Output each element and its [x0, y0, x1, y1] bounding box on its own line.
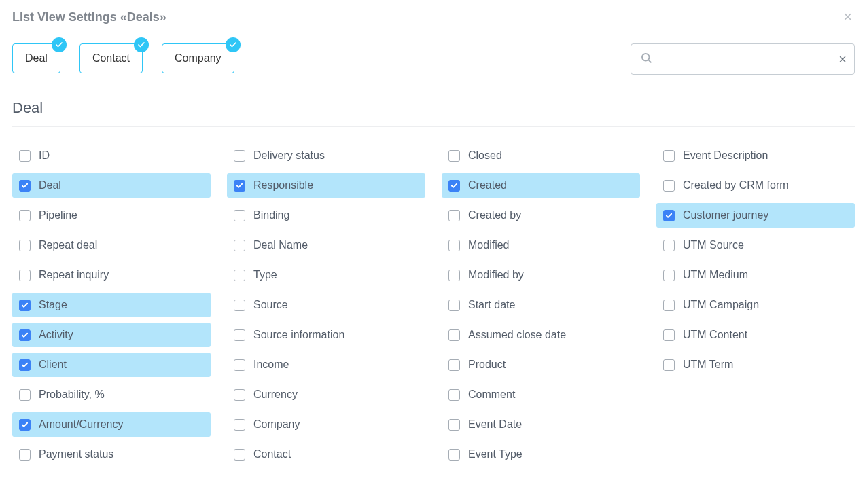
- checkbox[interactable]: [448, 419, 460, 431]
- field-item[interactable]: Assumed close date: [442, 323, 640, 347]
- checkbox[interactable]: [663, 329, 675, 341]
- checkbox[interactable]: [19, 359, 31, 371]
- checkbox[interactable]: [448, 210, 460, 221]
- checkbox[interactable]: [19, 449, 31, 461]
- checkbox[interactable]: [448, 359, 460, 371]
- checkbox[interactable]: [663, 150, 675, 162]
- field-item[interactable]: Closed: [442, 143, 640, 168]
- close-button[interactable]: ×: [841, 10, 855, 24]
- field-item[interactable]: Delivery status: [227, 143, 425, 168]
- search-input[interactable]: [631, 43, 855, 75]
- checkbox[interactable]: [448, 180, 460, 192]
- field-label: Start date: [468, 299, 515, 311]
- field-item[interactable]: Source: [227, 293, 425, 317]
- checkbox[interactable]: [663, 210, 675, 221]
- checkbox[interactable]: [19, 419, 31, 431]
- field-item[interactable]: Modified: [442, 233, 640, 257]
- field-label: Deal Name: [253, 239, 308, 251]
- tab-company[interactable]: Company: [162, 43, 234, 73]
- search-field-wrap: ×: [631, 43, 855, 75]
- checkbox[interactable]: [234, 180, 245, 192]
- field-item[interactable]: Modified by: [442, 263, 640, 287]
- tab-deal[interactable]: Deal: [12, 43, 60, 73]
- field-item[interactable]: ID: [12, 143, 211, 168]
- field-item[interactable]: Event Type: [442, 442, 640, 467]
- field-item[interactable]: Contact: [227, 442, 425, 467]
- checkbox[interactable]: [234, 150, 245, 162]
- field-item[interactable]: Client: [12, 353, 211, 377]
- field-item[interactable]: Company: [227, 412, 425, 437]
- field-item[interactable]: Deal: [12, 173, 211, 198]
- field-item[interactable]: Probability, %: [12, 382, 211, 407]
- field-item[interactable]: Responsible: [227, 173, 425, 198]
- field-item[interactable]: Currency: [227, 382, 425, 407]
- checkbox[interactable]: [448, 329, 460, 341]
- checkbox[interactable]: [448, 389, 460, 401]
- field-item[interactable]: Created by: [442, 203, 640, 228]
- field-item[interactable]: Comment: [442, 382, 640, 407]
- field-item[interactable]: UTM Medium: [656, 263, 855, 287]
- checkbox[interactable]: [663, 240, 675, 251]
- field-item[interactable]: Income: [227, 353, 425, 377]
- checkbox[interactable]: [234, 419, 245, 431]
- field-item[interactable]: Amount/Currency: [12, 412, 211, 437]
- checkbox[interactable]: [234, 270, 245, 281]
- checkbox[interactable]: [234, 300, 245, 311]
- field-item[interactable]: Event Date: [442, 412, 640, 437]
- field-label: UTM Source: [683, 239, 744, 251]
- clear-search-button[interactable]: ×: [838, 52, 847, 66]
- close-icon: ×: [838, 52, 847, 67]
- checkbox[interactable]: [448, 449, 460, 461]
- field-item[interactable]: Pipeline: [12, 203, 211, 228]
- field-item[interactable]: Payment status: [12, 442, 211, 467]
- checkbox[interactable]: [234, 359, 245, 371]
- field-item[interactable]: Product: [442, 353, 640, 377]
- field-label: Created by: [468, 209, 521, 221]
- checkbox[interactable]: [448, 300, 460, 311]
- field-item[interactable]: UTM Source: [656, 233, 855, 257]
- tab-contact[interactable]: Contact: [79, 43, 143, 73]
- checkbox[interactable]: [19, 240, 31, 251]
- checkbox[interactable]: [234, 240, 245, 251]
- field-item[interactable]: Type: [227, 263, 425, 287]
- checkbox[interactable]: [19, 210, 31, 221]
- checkbox[interactable]: [19, 329, 31, 341]
- checkbox[interactable]: [663, 180, 675, 192]
- field-item[interactable]: Customer journey: [656, 203, 855, 228]
- field-item[interactable]: Activity: [12, 323, 211, 347]
- checkbox[interactable]: [19, 389, 31, 401]
- check-badge-icon: [52, 37, 67, 52]
- field-item[interactable]: Stage: [12, 293, 211, 317]
- checkbox[interactable]: [19, 180, 31, 192]
- field-item[interactable]: Source information: [227, 323, 425, 347]
- field-item[interactable]: Repeat inquiry: [12, 263, 211, 287]
- checkbox[interactable]: [19, 270, 31, 281]
- field-item[interactable]: Created: [442, 173, 640, 198]
- field-item[interactable]: UTM Content: [656, 323, 855, 347]
- checkbox[interactable]: [234, 449, 245, 461]
- checkbox[interactable]: [234, 389, 245, 401]
- checkbox[interactable]: [234, 329, 245, 341]
- field-item[interactable]: UTM Term: [656, 353, 855, 377]
- checkbox[interactable]: [448, 240, 460, 251]
- field-label: Type: [253, 269, 277, 281]
- field-item[interactable]: Start date: [442, 293, 640, 317]
- field-item[interactable]: Binding: [227, 203, 425, 228]
- checkbox[interactable]: [663, 270, 675, 281]
- field-item[interactable]: Repeat deal: [12, 233, 211, 257]
- field-item[interactable]: UTM Campaign: [656, 293, 855, 317]
- checkbox[interactable]: [663, 359, 675, 371]
- checkbox[interactable]: [19, 150, 31, 162]
- field-item[interactable]: Deal Name: [227, 233, 425, 257]
- field-label: Income: [253, 359, 289, 371]
- field-label: Closed: [468, 149, 502, 162]
- field-item[interactable]: Created by CRM form: [656, 173, 855, 198]
- field-item[interactable]: Event Description: [656, 143, 855, 168]
- checkbox[interactable]: [19, 300, 31, 311]
- checkbox[interactable]: [234, 210, 245, 221]
- checkbox[interactable]: [663, 300, 675, 311]
- field-label: UTM Campaign: [683, 299, 759, 311]
- checkbox[interactable]: [448, 150, 460, 162]
- checkbox[interactable]: [448, 270, 460, 281]
- field-label: Responsible: [253, 179, 313, 192]
